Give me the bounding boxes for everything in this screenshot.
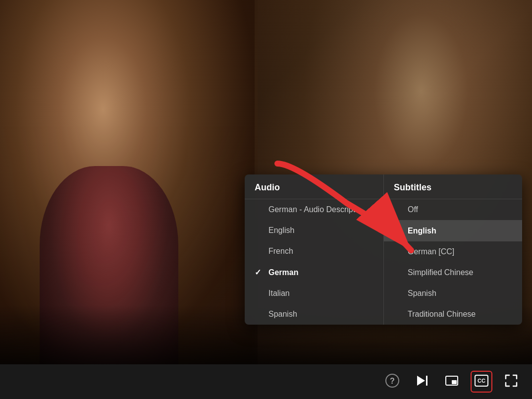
skip-icon	[415, 374, 429, 390]
audio-item-3[interactable]: ✓ German	[245, 262, 383, 283]
control-bar: ? CC	[0, 364, 532, 399]
subtitle-item-2[interactable]: German [CC]	[384, 241, 522, 262]
audio-item-label-0: German - Audio Descripti…	[268, 205, 365, 214]
subtitle-item-0[interactable]: Off	[384, 199, 522, 220]
subtitles-button[interactable]: CC	[471, 371, 492, 393]
help-icon: ?	[385, 374, 399, 390]
audio-item-1[interactable]: English	[245, 220, 383, 241]
audio-header: Audio	[245, 174, 383, 199]
subtitle-item-5[interactable]: Traditional Chinese	[384, 304, 522, 325]
subtitle-item-label-2: German [CC]	[408, 247, 454, 256]
audio-item-label-1: English	[268, 226, 294, 235]
video-player: Audio German - Audio Descripti… English …	[0, 0, 532, 364]
audio-item-4[interactable]: Italian	[245, 283, 383, 304]
audio-item-5[interactable]: Spanish	[245, 304, 383, 325]
av-settings-menu: Audio German - Audio Descripti… English …	[245, 174, 522, 325]
subtitle-item-3[interactable]: Simplified Chinese	[384, 262, 522, 283]
subtitle-item-label-3: Simplified Chinese	[408, 268, 474, 277]
subtitles-column: Subtitles Off ✓ English German [CC] Simp…	[383, 174, 522, 325]
subtitle-item-label-1: English	[408, 227, 436, 235]
audio-item-0[interactable]: German - Audio Descripti…	[245, 199, 383, 220]
subtitle-item-label-5: Traditional Chinese	[408, 310, 476, 319]
fullscreen-button[interactable]	[500, 371, 522, 393]
pip-button[interactable]	[441, 371, 463, 393]
pip-icon	[445, 374, 459, 390]
svg-text:CC: CC	[478, 378, 485, 384]
subtitle-item-label-4: Spanish	[408, 289, 436, 298]
audio-item-2[interactable]: French	[245, 241, 383, 262]
audio-item-label-5: Spanish	[268, 310, 297, 319]
svg-rect-4	[426, 376, 427, 386]
subtitle-item-label-0: Off	[408, 205, 418, 214]
help-button[interactable]: ?	[381, 371, 403, 393]
audio-item-label-2: French	[268, 247, 293, 256]
audio-item-label-3: German	[268, 268, 298, 277]
cc-icon: CC	[475, 375, 488, 389]
audio-item-label-4: Italian	[268, 289, 290, 298]
subtitle-item-4[interactable]: Spanish	[384, 283, 522, 304]
skip-next-button[interactable]	[411, 371, 433, 393]
check-3: ✓	[255, 268, 264, 277]
svg-marker-3	[417, 376, 425, 386]
subtitle-item-1[interactable]: ✓ English	[384, 220, 522, 241]
svg-rect-6	[452, 380, 457, 384]
svg-text:?: ?	[390, 377, 395, 385]
audio-column: Audio German - Audio Descripti… English …	[245, 174, 383, 325]
sub-check-1: ✓	[394, 226, 403, 235]
fullscreen-icon	[504, 374, 518, 390]
subtitles-header: Subtitles	[384, 174, 522, 199]
